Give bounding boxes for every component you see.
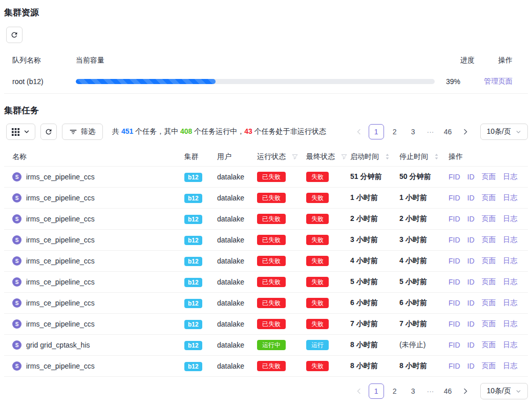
refresh-icon [10, 31, 18, 39]
task-user: datalake [217, 341, 257, 349]
task-stop-time: 3 小时前 [399, 235, 449, 245]
log-link[interactable]: 日志 [503, 235, 518, 245]
log-link[interactable]: 日志 [503, 256, 518, 266]
log-link[interactable]: 日志 [503, 277, 518, 287]
task-ops-cell: FIDID页面日志 [449, 298, 520, 308]
page-size-select[interactable]: 10条/页 [480, 383, 528, 399]
task-start-time: 2 小时前 [350, 214, 399, 224]
page-link[interactable]: 页面 [482, 340, 496, 350]
filter-button[interactable]: 筛选 [62, 124, 103, 140]
id-link[interactable]: ID [467, 257, 475, 265]
sort-icon[interactable] [385, 153, 390, 160]
task-final-status-cell: 失败 [306, 277, 350, 287]
task-name: irms_ce_pipeline_ccs [26, 320, 95, 328]
pagination-page-1[interactable]: 1 [369, 124, 384, 139]
page-link[interactable]: 页面 [482, 298, 496, 308]
log-link[interactable]: 日志 [503, 319, 518, 329]
page-link[interactable]: 页面 [482, 361, 496, 371]
page-link[interactable]: 页面 [482, 172, 496, 181]
summary-total-count: 451 [121, 127, 133, 135]
fid-link[interactable]: FID [449, 215, 460, 223]
id-link[interactable]: ID [467, 173, 475, 181]
log-link[interactable]: 日志 [503, 340, 518, 350]
pagination-next[interactable] [459, 125, 472, 139]
fid-link[interactable]: FID [449, 257, 460, 265]
id-link[interactable]: ID [467, 320, 475, 328]
tasks-toolbar: 筛选 共 451 个任务，其中 408 个任务运行中，43 个任务处于非运行状态… [6, 124, 528, 140]
manage-page-link[interactable]: 管理页面 [484, 77, 513, 86]
task-user: datalake [217, 215, 257, 223]
id-link[interactable]: ID [467, 341, 475, 349]
task-user: datalake [217, 173, 257, 181]
page-link[interactable]: 页面 [482, 235, 496, 245]
final-status-badge: 失败 [306, 256, 329, 266]
pagination-page-46[interactable]: 46 [440, 124, 456, 139]
filter-funnel-icon[interactable] [292, 154, 298, 160]
pagination-page-3[interactable]: 3 [406, 124, 421, 139]
id-link[interactable]: ID [467, 362, 475, 370]
run-status-badge: 已失败 [257, 214, 286, 224]
tasks-table-header: 名称 集群 用户 运行状态 最终状态 启动时间 [4, 147, 528, 167]
task-table-row: Sgrid grid_cptask_hisb12datalake运行中运行8 小… [4, 335, 528, 356]
column-settings-button[interactable] [6, 124, 35, 140]
task-name-cell: Sgrid grid_cptask_his [12, 340, 184, 350]
task-table-row: Sirms_ce_pipeline_ccsb12datalake已失败失败6 小… [4, 293, 528, 314]
fid-link[interactable]: FID [449, 341, 460, 349]
filter-button-label: 筛选 [81, 127, 95, 136]
log-link[interactable]: 日志 [503, 214, 518, 224]
fid-link[interactable]: FID [449, 320, 460, 328]
pagination-page-1[interactable]: 1 [369, 383, 384, 399]
id-link[interactable]: ID [467, 236, 475, 244]
page-link[interactable]: 页面 [482, 193, 496, 202]
spark-avatar-icon: S [12, 340, 22, 350]
fid-link[interactable]: FID [449, 278, 460, 286]
summary-stopped-count: 43 [244, 127, 252, 135]
log-link[interactable]: 日志 [503, 193, 518, 202]
task-run-status-cell: 已失败 [257, 256, 306, 266]
pagination-page-2[interactable]: 2 [387, 383, 402, 399]
page-link[interactable]: 页面 [482, 319, 496, 329]
fid-link[interactable]: FID [449, 173, 460, 181]
page-link[interactable]: 页面 [482, 256, 496, 266]
log-link[interactable]: 日志 [503, 361, 518, 371]
pagination-page-3[interactable]: 3 [406, 383, 421, 399]
task-stop-time: 50 分钟前 [399, 172, 449, 181]
filter-funnel-icon[interactable] [341, 154, 347, 160]
col-stop-time: 停止时间 [399, 152, 449, 161]
page-link[interactable]: 页面 [482, 277, 496, 287]
log-link[interactable]: 日志 [503, 298, 518, 308]
page-size-label: 10条/页 [487, 127, 511, 136]
run-status-badge: 已失败 [257, 319, 286, 329]
resource-row: root (b12) 39% 管理页面 [4, 70, 528, 94]
id-link[interactable]: ID [467, 215, 475, 223]
pagination-ellipsis[interactable]: ··· [424, 387, 437, 395]
task-table-row: Sirms_ce_pipeline_ccsb12datalake已失败失败7 小… [4, 314, 528, 335]
task-cluster-cell: b12 [184, 320, 217, 328]
pagination-next[interactable] [459, 384, 472, 398]
pagination-prev[interactable] [352, 384, 366, 398]
fid-link[interactable]: FID [449, 236, 460, 244]
task-cluster-cell: b12 [184, 278, 217, 286]
fid-link[interactable]: FID [449, 362, 460, 370]
task-start-time: 5 小时前 [350, 277, 399, 287]
id-link[interactable]: ID [467, 299, 475, 307]
cluster-tag: b12 [184, 236, 202, 245]
log-link[interactable]: 日志 [503, 172, 518, 181]
id-link[interactable]: ID [467, 194, 475, 202]
tasks-refresh-button[interactable] [40, 124, 57, 140]
pagination-prev[interactable] [352, 125, 366, 139]
fid-link[interactable]: FID [449, 194, 460, 202]
page-link[interactable]: 页面 [482, 214, 496, 224]
final-status-badge: 失败 [306, 319, 329, 329]
resources-refresh-button[interactable] [6, 27, 23, 43]
id-link[interactable]: ID [467, 278, 475, 286]
page-size-select[interactable]: 10条/页 [480, 124, 528, 140]
fid-link[interactable]: FID [449, 299, 460, 307]
final-status-badge: 运行 [306, 340, 329, 350]
task-name: irms_ce_pipeline_ccs [26, 278, 95, 286]
run-status-badge: 已失败 [257, 235, 286, 245]
pagination-ellipsis[interactable]: ··· [424, 128, 437, 136]
sort-icon[interactable] [434, 153, 439, 160]
pagination-page-2[interactable]: 2 [387, 124, 402, 139]
pagination-page-46[interactable]: 46 [440, 383, 456, 399]
